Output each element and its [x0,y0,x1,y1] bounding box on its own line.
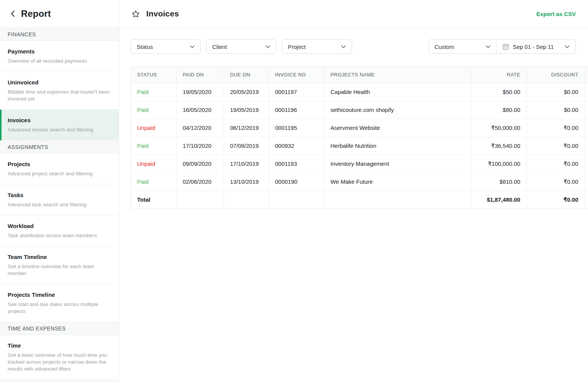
empty-cell [269,191,324,209]
sidebar-item-projects-timeline[interactable]: Projects Timeline See start and due date… [0,284,119,322]
export-as-csv-link[interactable]: Export as CSV [536,11,576,17]
status-cell: Paid [131,83,176,101]
favorite-button[interactable] [131,10,140,18]
status-filter-label: Status [137,44,153,50]
rate-cell: ₹100,000.00 [471,155,527,173]
sidebar-item-desc: See start and due dates across multiple … [8,301,111,315]
project-filter-label: Project [288,44,306,50]
sidebar-item-title: Tasks [8,191,111,199]
project-name-cell: We Make Future [324,173,471,191]
stub-cell [585,173,588,191]
stub-cell [585,191,588,209]
sidebar-item-time[interactable]: Time Get a basic overview of how much ti… [0,335,119,380]
sidebar-item-invoices[interactable]: Invoices Advanced invoice search and fil… [0,110,119,141]
paid-on-cell: 17/10/2020 [176,137,224,155]
sidebar-item-workload[interactable]: Workload Task distribution across team m… [0,215,119,246]
discount-cell: ₹0.00 [527,137,585,155]
invoice-row[interactable]: Paid 16/05/2020 19/05/2019 0001196 sethi… [131,101,588,119]
stub-cell [585,101,588,119]
due-on-cell: 06/12/2019 [224,119,269,137]
total-row: Total $1,87,480.00 ₹0.00 [131,191,588,209]
invoice-no-cell: 0001196 [269,101,324,119]
empty-cell [324,191,471,209]
column-header-rate: RATE [471,67,527,83]
sidebar-item-title: Uninvoiced [8,78,111,87]
sidebar-item-desc: Get a basic overview of how much time yo… [8,352,111,372]
sidebar-item-title: Payments [8,47,111,56]
empty-cell [176,191,224,209]
paid-on-cell: 09/09/2020 [176,155,224,173]
chevron-down-icon [565,45,570,49]
invoices-table: STATUS PAID ON DUE ON INVOICE NO PROJECT… [131,66,588,209]
star-icon [131,10,140,18]
sidebar-item-projects[interactable]: Projects Advanced project search and fil… [0,154,119,185]
sidebar-item-desc: Advanced task search and filtering [8,201,111,208]
column-header-status: STATUS [131,67,176,83]
invoice-no-cell: 0001197 [269,83,324,101]
sidebar-item-title: Team Timeline [8,253,111,261]
sidebar-item-title: Invoices [8,116,111,125]
date-range-dropdown[interactable]: Sep 01 - Sep 11 [496,40,575,53]
sidebar-item-desc: Get a timeline overview for each team me… [8,263,111,277]
discount-cell: $0.00 [527,83,585,101]
sidebar-item-title: Workload [8,222,111,230]
client-filter-label: Client [212,44,227,50]
range-type-label: Custom [435,44,454,50]
paid-on-cell: 19/05/2020 [176,83,224,101]
invoice-row[interactable]: Paid 02/06/2020 13/10/2019 0000190 We Ma… [131,173,588,191]
page-header: Invoices Export as CSV [119,0,588,28]
invoice-no-cell: 0001193 [269,155,324,173]
discount-cell: $0.00 [527,101,585,119]
discount-cell: ₹0.00 [527,119,585,137]
invoice-row[interactable]: Unpaid 09/09/2020 17/10/2019 0001193 Inv… [131,155,588,173]
table-header-row: STATUS PAID ON DUE ON INVOICE NO PROJECT… [131,67,588,83]
range-type-dropdown[interactable]: Custom [429,40,496,53]
stub-cell [585,83,588,101]
sidebar-item-desc: Task distribution across team members [8,232,111,239]
calendar-icon [502,44,509,50]
project-filter-dropdown[interactable]: Project [282,39,352,54]
date-range-control: Custom Sep 01 - Sep 11 [428,39,576,54]
sidebar-item-payments[interactable]: Payments Overview of all recorded paymen… [0,41,119,72]
sidebar-item-title: Projects [8,160,111,168]
empty-cell [224,191,269,209]
stub-cell [585,155,588,173]
chevron-down-icon [341,45,346,49]
sidebar-item-title: Time [8,342,111,350]
column-header-stub [585,67,588,83]
column-header-projects-name: PROJECTS NAME [324,67,471,83]
project-name-cell: sethicouture.com shopify [324,101,471,119]
date-range-label: Sep 01 - Sep 11 [513,44,554,50]
sidebar-item-uninvoiced[interactable]: Uninvoiced Billable time and expenses th… [0,72,119,110]
section-header-assignments: ASSIGNMENTS [0,141,119,154]
invoice-no-cell: 000932 [269,137,324,155]
sidebar-item-desc: Advanced project search and filtering [8,170,111,177]
discount-cell: ₹0.00 [527,173,585,191]
paid-on-cell: 02/06/2020 [176,173,224,191]
client-filter-dropdown[interactable]: Client [206,39,276,54]
stub-cell [585,119,588,137]
discount-cell: ₹0.00 [527,155,585,173]
status-filter-dropdown[interactable]: Status [131,39,201,54]
total-rate-cell: $1,87,480.00 [471,191,527,209]
invoice-no-cell: 0001195 [269,119,324,137]
invoice-row[interactable]: Unpaid 04/12/2020 06/12/2019 0001195 Ase… [131,119,588,137]
app-window: Report FINANCES Payments Overview of all… [0,0,588,382]
rate-cell: $810.00 [471,173,527,191]
sidebar-item-tasks[interactable]: Tasks Advanced task search and filtering [0,185,119,215]
due-on-cell: 07/08/2019 [224,137,269,155]
invoice-row[interactable]: Paid 17/10/2020 07/08/2019 000932 Herbal… [131,137,588,155]
sidebar-item-team-timeline[interactable]: Team Timeline Get a timeline overview fo… [0,246,119,284]
column-header-paid-on: PAID ON [176,67,224,83]
project-name-cell: Aservment Website [324,119,471,137]
back-button[interactable] [11,10,15,17]
status-cell: Unpaid [131,119,176,137]
status-cell: Paid [131,173,176,191]
status-cell: Unpaid [131,155,176,173]
invoice-row[interactable]: Paid 19/05/2020 20/05/2019 0001197 Capab… [131,83,588,101]
sidebar-item-title: Projects Timeline [8,291,111,299]
sidebar-next-section-strip [0,380,119,382]
total-discount-cell: ₹0.00 [527,191,585,209]
status-cell: Paid [131,101,176,119]
project-name-cell: Herbalife Nutrition [324,137,471,155]
